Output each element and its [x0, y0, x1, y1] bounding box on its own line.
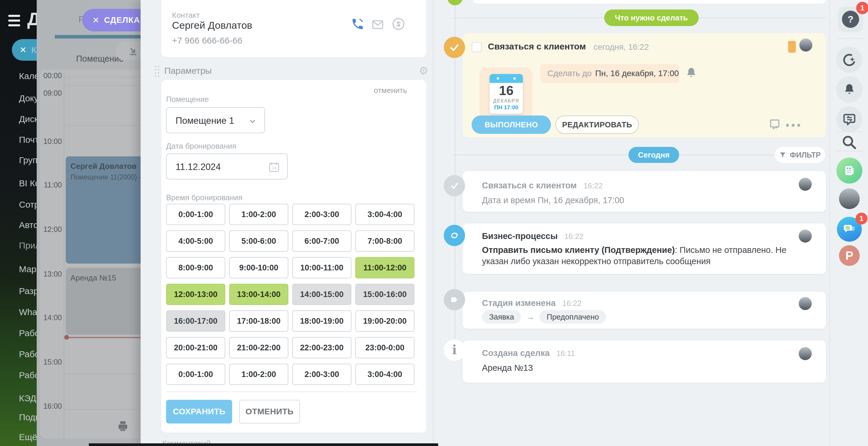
more-actions-icon[interactable] [786, 124, 800, 127]
time-slot[interactable]: 8:00-9:00 [166, 257, 225, 278]
time-slot[interactable]: 17:00-18:00 [229, 310, 288, 332]
time-slot-selected[interactable]: 11:00-12:00 [355, 257, 414, 278]
close-icon[interactable]: ✕ [92, 16, 99, 25]
notifications-button[interactable] [836, 77, 862, 102]
time-slot[interactable]: 19:00-20:00 [355, 310, 414, 332]
time-slot[interactable]: 22:00-23:00 [292, 337, 351, 358]
avatar[interactable] [799, 230, 812, 242]
phone-call-icon[interactable] [351, 17, 365, 31]
time-slot-selected[interactable]: 13:00-14:00 [229, 284, 288, 305]
time-slot[interactable]: 9:00-10:00 [229, 257, 288, 278]
time-slot[interactable]: 3:00-4:00 [355, 204, 414, 225]
sidebar-item[interactable]: Авто [19, 220, 37, 230]
time-slot[interactable]: 2:00-3:00 [292, 364, 351, 385]
today-badge[interactable]: Сегодня [628, 147, 679, 163]
time-slot-selected[interactable]: 12:00-13:00 [166, 284, 225, 305]
sidebar-item[interactable]: Почт [19, 135, 37, 145]
sidebar-item[interactable]: Доку [19, 93, 37, 103]
crm-chat-button[interactable] [836, 106, 862, 132]
room-select[interactable]: Помещение 1 [166, 107, 265, 133]
contact-card: Контакт Сергей Довлатов +7 966 666-66-66 [161, 0, 426, 57]
profile-button[interactable]: P [839, 245, 860, 266]
sidebar-item[interactable]: Мар [19, 264, 37, 274]
room-label: Помещение [166, 95, 209, 104]
sidebar-item[interactable]: Сотр [19, 200, 37, 210]
reminder-bell-icon[interactable] [685, 66, 697, 79]
sidebar-item[interactable]: Рабо [19, 349, 37, 359]
time-slot[interactable]: 0:00-1:00 [166, 204, 225, 225]
slider-chip-deal[interactable]: ✕ СДЕЛКА [82, 9, 150, 31]
task-checkbox[interactable] [472, 42, 482, 52]
news-feed-button[interactable] [836, 157, 862, 184]
messenger-notification-badge: 1 [856, 213, 867, 225]
drag-handle[interactable] [155, 66, 160, 78]
filter-button[interactable]: ФИЛЬТР [775, 147, 825, 163]
form-divider [166, 391, 417, 392]
time-slot[interactable]: 1:00-2:00 [229, 364, 288, 385]
sidebar-item[interactable]: Прил [19, 240, 37, 250]
time-slot[interactable]: 4:00-5:00 [166, 230, 225, 252]
timeline-node-info: i [444, 339, 465, 361]
time-slot[interactable]: 5:00-6:00 [229, 230, 288, 252]
timeline-entry-call[interactable]: Связаться с клиентом 16:22 Дата и время … [463, 171, 826, 212]
avatar[interactable] [799, 347, 812, 360]
time-slot[interactable]: 0:00-1:00 [166, 364, 225, 385]
sidebar-item[interactable]: Рабо [19, 328, 37, 338]
time-slot[interactable]: 7:00-8:00 [355, 230, 414, 252]
time-slot[interactable]: 6:00-7:00 [292, 230, 351, 252]
sidebar-item[interactable]: Рабо [19, 370, 37, 380]
task-date-tile[interactable]: 16 ДЕКАБРЯ ПН 17:00 [479, 67, 532, 120]
mini-calendar: 16 ДЕКАБРЯ ПН 17:00 [490, 74, 523, 114]
time-slot[interactable]: 23:00-0:00 [355, 337, 414, 358]
calendar-picker-icon[interactable]: 24 [268, 161, 280, 173]
contact-phone[interactable]: +7 966 666-66-66 [172, 35, 243, 46]
time-slot[interactable]: 10:00-11:00 [292, 257, 351, 278]
messenger-transfer-icon[interactable] [392, 17, 405, 31]
avatar[interactable] [799, 38, 812, 52]
avatar[interactable] [799, 178, 812, 191]
time-slot[interactable]: 1:00-2:00 [229, 204, 288, 225]
gear-icon[interactable]: ⚙ [419, 65, 428, 77]
sidebar-item[interactable]: Wha [19, 307, 37, 317]
email-icon[interactable] [372, 18, 384, 31]
time-slot[interactable]: 20:00-21:00 [166, 337, 225, 358]
note-icon[interactable] [769, 118, 781, 131]
deal-panel: Контакт Сергей Довлатов +7 966 666-66-66 [141, 0, 432, 446]
time-slot-busy[interactable]: 16:00-17:00 [166, 310, 225, 332]
slider-chip-secondary[interactable]: ✕ Колл [12, 39, 37, 61]
sidebar-item[interactable]: Ещё [19, 432, 37, 442]
timeline-entry-stage[interactable]: Стадия изменена 16:22 Заявка → Предоплач… [463, 292, 826, 329]
deadline-prefix: Сделать до [547, 69, 592, 78]
time-slot[interactable]: 2:00-3:00 [292, 204, 351, 225]
user-avatar-button[interactable] [839, 188, 860, 209]
deadline-dropdown[interactable]: Сделать до Пн, 16 декабря, 17:00 [540, 64, 679, 83]
time-slot[interactable]: 18:00-19:00 [292, 310, 351, 332]
time-slot-busy[interactable]: 15:00-16:00 [355, 284, 414, 305]
copilot-button[interactable] [836, 47, 862, 73]
save-button[interactable]: СОХРАНИТЬ [166, 400, 232, 423]
timeline-entry-bizproc[interactable]: Бизнес-процессы 16:22 Отправить письмо к… [463, 224, 826, 274]
time-slot-busy[interactable]: 14:00-15:00 [292, 284, 351, 305]
task-title[interactable]: Связаться с клиентом [488, 41, 586, 52]
left-sidebar: Де ✕ Колл Кале Доку Диск Почт Груп BI Ко… [0, 0, 37, 446]
contact-name[interactable]: Сергей Довлатов [172, 20, 252, 31]
booking-date-input[interactable]: 11.12.2024 24 [166, 153, 288, 179]
cancel-button[interactable]: ОТМЕНИТЬ [239, 400, 300, 423]
done-button[interactable]: ВЫПОЛНЕНО [472, 116, 551, 134]
search-button[interactable] [841, 134, 858, 152]
close-icon[interactable]: ✕ [20, 45, 26, 55]
edit-button[interactable]: РЕДАКТИРОВАТЬ [555, 116, 639, 134]
sidebar-item[interactable]: Диск [19, 114, 37, 124]
time-slot[interactable]: 21:00-22:00 [229, 337, 288, 358]
sidebar-item[interactable]: КЭД [19, 393, 37, 403]
sidebar-item[interactable]: BI Ко [19, 178, 37, 188]
entry-time: 16:11 [556, 349, 575, 358]
sidebar-item[interactable]: Кале [19, 71, 37, 81]
time-slot[interactable]: 3:00-4:00 [355, 364, 414, 385]
timeline-entry-created[interactable]: Создана сделка 16:11 Аренда №13 [463, 340, 826, 383]
avatar[interactable] [799, 297, 812, 310]
cancel-link[interactable]: отменить [374, 86, 407, 95]
sidebar-item[interactable]: Разр [19, 286, 37, 296]
sidebar-item[interactable]: Подп [19, 412, 37, 422]
sidebar-item[interactable]: Груп [19, 155, 37, 165]
